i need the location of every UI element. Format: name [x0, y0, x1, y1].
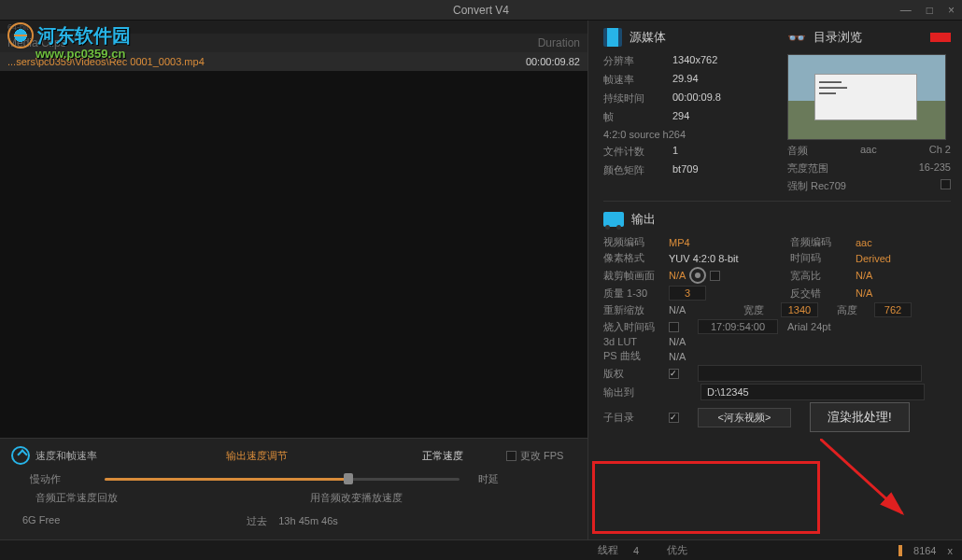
copyright-input[interactable] [698, 365, 922, 382]
priority-label: 优先 [667, 543, 687, 557]
burn-label: 烧入时间码 [603, 320, 669, 334]
duration-label: 持续时间 [603, 91, 672, 105]
subdir-checkbox[interactable] [669, 413, 679, 423]
ps-label: PS 曲线 [603, 349, 669, 363]
channel-value: Ch 2 [929, 144, 951, 158]
range-value: 16-235 [919, 161, 951, 175]
pixfmt-label: 像素格式 [603, 251, 669, 265]
duration-header: Duration [496, 36, 580, 49]
change-fps-checkbox[interactable] [506, 451, 516, 461]
rescale-value[interactable]: N/A [669, 304, 725, 315]
speed-slider-handle[interactable] [344, 473, 353, 484]
past-label: 过去 [247, 515, 267, 526]
acodec-value[interactable]: aac [856, 237, 872, 248]
lut-label: 3d LUT [603, 336, 669, 347]
crop-label: 裁剪帧画面 [603, 269, 669, 283]
status-x[interactable]: x [948, 545, 954, 556]
duration-value: 00:00:09.8 [672, 91, 721, 105]
height-label: 高度 [837, 303, 874, 317]
force709-label: 强制 Rec709 [787, 179, 846, 193]
clip-row[interactable]: ...sers\pc0359\Videos\Rec 0001_0003.mp4 … [0, 52, 587, 71]
normal-speed-label: 正常速度 [422, 449, 463, 463]
burn-font[interactable]: Arial 24pt [787, 321, 830, 332]
outto-input[interactable] [700, 384, 925, 400]
crop-checkbox[interactable] [710, 271, 720, 281]
copyright-checkbox[interactable] [669, 369, 679, 379]
clip-duration: 00:00:09.82 [496, 56, 580, 67]
browse-title: 目录浏览 [813, 29, 862, 46]
thumbnail[interactable]: ▬▬▬▬▬▬▬▬▬▬▬▬ [787, 54, 946, 140]
width-input[interactable] [781, 302, 818, 317]
render-button[interactable]: 渲染批处理! [810, 402, 910, 432]
quality-label: 质量 1-30 [603, 287, 669, 301]
window-title: Convert V4 [453, 4, 509, 17]
pixfmt-value: YUV 4:2:0 8-bit [669, 253, 739, 264]
deint-label: 反交错 [790, 287, 856, 301]
maximize-button[interactable]: □ [923, 4, 937, 17]
threads-label: 线程 [598, 543, 618, 557]
height-input[interactable] [874, 302, 912, 317]
frames-value: 294 [672, 110, 689, 124]
matrix-value: bt709 [672, 163, 699, 177]
quality-input[interactable] [669, 286, 706, 301]
highlight-box-output [592, 461, 820, 534]
resolution-value: 1340x762 [672, 54, 717, 68]
browse-icon: 👓 [787, 28, 806, 47]
tc-value[interactable]: Derived [856, 253, 891, 264]
svg-line-0 [820, 439, 902, 513]
range-label: 亮度范围 [787, 161, 828, 175]
lut-value[interactable]: N/A [669, 336, 686, 347]
rescale-label: 重新缩放 [603, 303, 669, 317]
aspect-value[interactable]: N/A [856, 270, 872, 281]
threads-value: 4 [633, 545, 639, 556]
copyright-label: 版权 [603, 367, 669, 381]
source-title: 源媒体 [630, 29, 666, 46]
audio-change-label: 用音频改变播放速度 [310, 491, 403, 505]
output-title: 输出 [631, 211, 656, 228]
tc-label: 时间码 [790, 251, 856, 265]
matrix-label: 颜色矩阵 [603, 163, 672, 177]
vcodec-value[interactable]: MP4 [669, 237, 690, 248]
speed-slider-fill [105, 478, 347, 481]
memory-value: 8164 [913, 545, 936, 556]
filecount-label: 文件计数 [603, 145, 672, 159]
audio-normal-label: 音频正常速度回放 [35, 491, 118, 505]
crop-dial[interactable] [689, 267, 706, 284]
speed-icon [11, 446, 30, 465]
subdir-button[interactable]: <河东视频> [698, 408, 791, 427]
fps-label: 帧速率 [603, 73, 672, 87]
vcodec-label: 视频编码 [603, 235, 669, 249]
source-icon [603, 28, 622, 47]
audio-value: aac [860, 144, 877, 158]
deint-value[interactable]: N/A [856, 287, 872, 299]
audio-label: 音频 [787, 144, 808, 158]
output-speed-label: 输出速度调节 [226, 449, 288, 463]
record-indicator [930, 33, 951, 42]
acodec-label: 音频编码 [790, 235, 856, 249]
subdir-label: 子目录 [603, 411, 669, 425]
highlight-arrow [820, 439, 923, 532]
outto-label: 输出到 [603, 385, 669, 399]
width-label: 宽度 [743, 303, 781, 317]
close-button[interactable]: × [944, 4, 958, 17]
burn-checkbox[interactable] [669, 322, 679, 332]
preview-area [0, 71, 587, 438]
frames-label: 帧 [603, 110, 672, 124]
bit-label: 64-bit [0, 21, 587, 34]
burn-tc-input[interactable] [698, 319, 778, 334]
sampling-value: 4:2:0 source h264 [603, 129, 686, 140]
slow-label: 慢动作 [30, 472, 61, 486]
speed-title: 速度和帧速率 [35, 449, 97, 463]
crop-value[interactable]: N/A [669, 270, 686, 281]
clip-path: ...sers\pc0359\Videos\Rec 0001_0003.mp4 [7, 56, 496, 67]
aspect-label: 宽高比 [790, 269, 856, 283]
output-icon [603, 212, 624, 227]
minimize-button[interactable]: — [897, 4, 915, 17]
status-bar-indicator [898, 545, 902, 556]
ps-value[interactable]: N/A [669, 351, 686, 362]
delay-label: 时延 [478, 472, 499, 486]
fps-value: 29.94 [672, 73, 699, 87]
change-fps-label: 更改 FPS [520, 449, 563, 463]
filecount-value: 1 [672, 145, 678, 159]
force709-checkbox[interactable] [941, 179, 951, 189]
